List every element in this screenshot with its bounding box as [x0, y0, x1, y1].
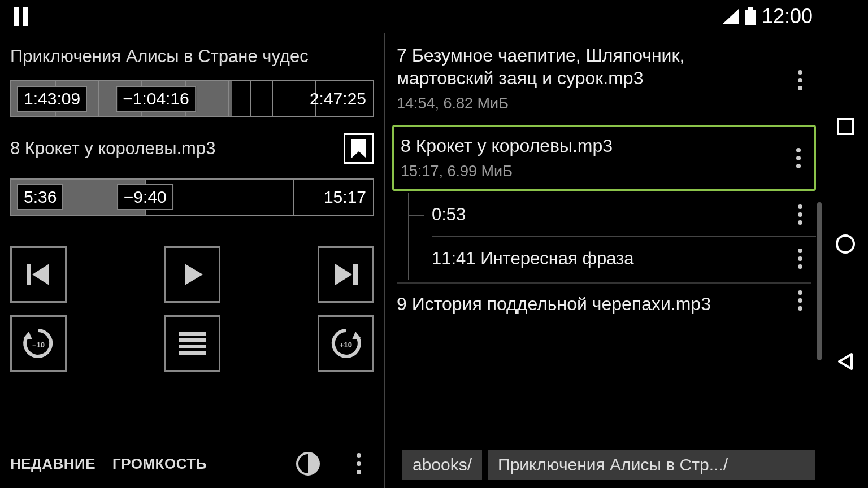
breadcrumb: abooks/ Приключения Алисы в Стр.../ [385, 443, 823, 488]
nav-back-button[interactable] [835, 351, 856, 372]
playlist-item[interactable]: 9 История поддельной черепахи.mp3 [392, 286, 816, 315]
playlist-item[interactable]: 7 Безумное чаепитие, Шляпочник, мартовск… [392, 37, 816, 123]
bookmark-label: 11:41 Интересная фраза [432, 249, 634, 268]
item-menu-icon[interactable] [787, 147, 810, 169]
status-bar: 12:00 [0, 0, 823, 33]
bookmark-item[interactable]: 0:53 [409, 193, 816, 236]
svg-point-13 [357, 453, 361, 457]
svg-point-18 [798, 86, 802, 90]
divider [397, 282, 811, 284]
svg-point-29 [798, 298, 802, 303]
svg-point-22 [798, 204, 802, 209]
svg-rect-3 [745, 10, 756, 25]
next-button[interactable] [318, 246, 374, 303]
svg-rect-8 [179, 338, 206, 342]
battery-icon [745, 7, 756, 25]
pause-indicator-icon [12, 7, 29, 26]
play-button[interactable] [164, 246, 220, 303]
book-total: 2:47:25 [310, 89, 366, 108]
recent-tab[interactable]: НЕДАВНИЕ [10, 455, 96, 473]
book-title: Приключения Алисы в Стране чудес [10, 46, 374, 67]
item-title: 8 Крокет у королевы.mp3 [401, 134, 810, 157]
nav-home-button[interactable] [835, 233, 856, 255]
track-remaining: −9:40 [117, 184, 173, 210]
svg-point-27 [798, 264, 802, 269]
item-menu-icon[interactable] [789, 69, 811, 91]
item-title: 9 История поддельной черепахи.mp3 [397, 293, 811, 315]
bookmark-list: 0:53 11:41 Интересная фраза [408, 193, 816, 280]
svg-point-26 [798, 256, 802, 261]
item-menu-icon[interactable] [789, 203, 811, 226]
previous-button[interactable] [10, 246, 67, 303]
rewind-button[interactable]: −10 [10, 315, 67, 372]
breadcrumb-item[interactable]: Приключения Алисы в Стр.../ [488, 450, 815, 480]
bookmark-item[interactable]: 11:41 Интересная фраза [432, 236, 816, 280]
book-progress-bar[interactable]: 1:43:09 −1:04:16 2:47:25 [10, 80, 374, 117]
playlist-button[interactable] [164, 315, 220, 372]
item-meta: 15:17, 6.99 МиБ [401, 163, 810, 180]
svg-point-14 [357, 461, 361, 466]
book-elapsed: 1:43:09 [17, 86, 87, 112]
svg-point-32 [837, 236, 854, 252]
svg-rect-1 [23, 7, 28, 26]
nav-recent-button[interactable] [835, 116, 856, 137]
clock-text: 12:00 [762, 5, 813, 28]
svg-rect-0 [14, 7, 19, 26]
signal-icon [722, 8, 739, 24]
svg-point-16 [798, 70, 802, 75]
item-menu-icon[interactable] [789, 289, 811, 312]
svg-rect-7 [179, 332, 206, 336]
svg-point-21 [796, 164, 801, 168]
svg-rect-10 [179, 351, 206, 355]
more-menu-icon[interactable] [356, 452, 362, 475]
track-progress-bar[interactable]: 5:36 −9:40 15:17 [10, 178, 374, 216]
player-pane: Приключения Алисы в Стране чудес 1:43:09… [0, 33, 385, 488]
svg-point-30 [798, 306, 802, 311]
svg-point-24 [798, 220, 802, 225]
item-title: 7 Безумное чаепитие, Шляпочник, мартовск… [397, 44, 811, 89]
svg-point-25 [798, 249, 802, 253]
bookmark-button[interactable] [344, 133, 374, 164]
svg-rect-5 [353, 264, 358, 285]
svg-point-19 [796, 148, 801, 152]
svg-rect-4 [27, 264, 31, 285]
item-menu-icon[interactable] [789, 247, 811, 270]
svg-rect-9 [179, 345, 206, 348]
svg-text:−10: −10 [32, 341, 45, 349]
svg-point-20 [796, 156, 801, 160]
playlist-item-active[interactable]: 8 Крокет у королевы.mp3 15:17, 6.99 МиБ [392, 125, 816, 191]
scrollbar[interactable] [817, 202, 822, 360]
svg-point-17 [798, 78, 802, 82]
theme-toggle-icon[interactable] [296, 452, 320, 476]
svg-text:+10: +10 [340, 341, 352, 349]
track-elapsed: 5:36 [17, 184, 63, 210]
book-remaining: −1:04:16 [116, 86, 196, 112]
svg-rect-2 [748, 7, 753, 10]
item-meta: 14:54, 6.82 МиБ [397, 95, 811, 112]
breadcrumb-item[interactable]: abooks/ [402, 450, 482, 480]
svg-point-15 [357, 470, 361, 474]
playlist-pane: 7 Безумное чаепитие, Шляпочник, мартовск… [385, 33, 823, 488]
bookmark-label: 0:53 [432, 204, 466, 224]
svg-point-28 [798, 290, 802, 295]
svg-point-23 [798, 212, 802, 217]
forward-button[interactable]: +10 [318, 315, 374, 372]
volume-tab[interactable]: ГРОМКОСТЬ [112, 455, 207, 473]
system-nav-bar [823, 0, 868, 488]
track-name: 8 Крокет у королевы.mp3 [10, 138, 344, 159]
track-total: 15:17 [324, 188, 366, 207]
svg-rect-31 [838, 119, 853, 134]
